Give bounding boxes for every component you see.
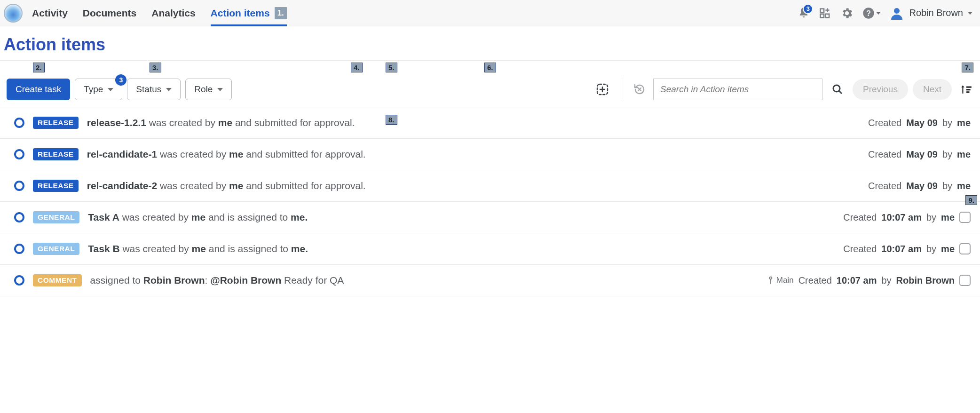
reset-history-icon[interactable] [631,80,648,98]
chevron-down-icon [876,12,881,15]
svg-point-15 [769,277,772,279]
status-circle-icon [14,275,24,286]
nav-tab-label: Analytics [151,8,195,19]
annotation-3: 3. [150,63,161,72]
nav-tab-action-items[interactable]: Action items1. [211,0,287,26]
table-row[interactable]: GENERALTask A was created by me and is a… [0,202,980,233]
row-meta: Created May 09 by me [868,181,971,191]
type-tag: RELEASE [33,180,79,192]
row-description: release-1.2.1 was created by me and subm… [87,117,860,128]
annotation-2: 2. [33,63,45,72]
nav-tab-activity[interactable]: Activity [32,0,68,26]
filter-status-label: Status [136,84,161,95]
search-box [653,79,822,100]
annotation-6: 6. [484,63,496,72]
toolbar: Create task Type 3 Status Role [0,74,980,107]
table-row[interactable]: RELEASErel-candidate-1 was created by me… [0,139,980,170]
row-meta: Created 10:07 am by Robin Brown [798,275,955,286]
annotation-4: 4. [351,63,363,72]
divider [621,78,621,101]
svg-rect-2 [826,14,830,17]
type-tag: GENERAL [33,243,79,255]
sort-button[interactable] [959,82,973,96]
chevron-down-icon [968,12,972,15]
svg-point-7 [894,8,900,14]
help-icon: ? [862,7,875,20]
admin-gear-icon[interactable] [840,7,854,20]
svg-rect-0 [821,8,824,12]
status-circle-icon [14,212,24,222]
type-tag: RELEASE [33,117,79,129]
status-circle-icon [14,181,24,191]
row-description: assigned to Robin Brown: @Robin Brown Re… [90,275,759,286]
row-checkbox[interactable] [959,212,971,223]
type-tag: RELEASE [33,148,79,160]
nav-tab-label: Activity [32,8,68,19]
row-description: rel-candidate-2 was created by me and su… [87,180,860,191]
type-tag: GENERAL [33,211,79,223]
branch-name: Main [776,276,794,285]
toolbar-section: 2. 3. 4. 5. 6. 7. Create task Type 3 Sta… [0,60,980,107]
status-circle-icon [14,244,24,254]
filter-type-label: Type [84,84,103,95]
annotation-9: 9. [965,195,977,205]
table-row[interactable]: RELEASErelease-1.2.1 was created by me a… [0,107,980,139]
search-button[interactable] [827,79,848,100]
row-meta: Created May 09 by me [868,118,971,128]
row-checkbox[interactable] [959,275,971,286]
chevron-down-icon [108,88,113,91]
notifications-badge: 3 [803,4,813,14]
row-meta: Created May 09 by me [868,149,971,160]
create-task-button[interactable]: Create task [7,79,70,100]
row-checkbox[interactable] [959,243,971,254]
table-row[interactable]: RELEASErel-candidate-2 was created by me… [0,170,980,202]
apps-icon[interactable] [819,7,832,20]
row-description: Task B was created by me and is assigned… [88,243,835,254]
nav-tab-label: Action items [211,8,270,19]
row-meta: Created 10:07 am by me [843,212,955,223]
filter-status[interactable]: Status [127,79,181,100]
topbar-right: 3 ? Robin Brown [797,6,972,21]
row-description: Task A was created by me and is assigned… [88,212,835,223]
chevron-down-icon [166,88,172,91]
svg-rect-1 [821,14,824,17]
search-input[interactable] [654,79,822,100]
status-circle-icon [14,118,24,128]
logo[interactable] [4,4,23,23]
notifications-icon[interactable]: 3 [797,7,810,20]
nav-tabs: ActivityDocumentsAnalyticsAction items1. [32,0,287,26]
user-menu[interactable]: Robin Brown [889,6,972,21]
help-menu[interactable]: ? [862,7,881,20]
annotation-8: 8. [386,115,397,125]
annotation-5: 5. [386,63,397,72]
annotation-7: 7. [962,63,973,72]
branch-indicator: Main [767,276,794,285]
row-meta: Created 10:07 am by me [843,244,955,254]
avatar [889,6,904,21]
svg-text:?: ? [866,8,871,17]
filter-role-label: Role [194,84,213,95]
row-description: rel-candidate-1 was created by me and su… [87,149,860,160]
next-button: Next [913,79,952,100]
status-circle-icon [14,149,24,159]
chevron-down-icon [217,88,223,91]
type-tag: COMMENT [33,274,82,286]
nav-tab-analytics[interactable]: Analytics [151,0,195,26]
filter-type-badge: 3 [115,74,126,86]
action-items-list: RELEASErelease-1.2.1 was created by me a… [0,107,980,296]
user-name: Robin Brown [909,8,963,18]
topbar: ActivityDocumentsAnalyticsAction items1.… [0,0,980,26]
svg-point-13 [833,85,840,92]
nav-tab-label: Documents [83,8,136,19]
nav-tab-documents[interactable]: Documents [83,0,136,26]
table-row[interactable]: GENERALTask B was created by me and is a… [0,233,980,265]
nav-tab-count: 1. [275,7,287,19]
previous-button: Previous [853,79,908,100]
filter-role[interactable]: Role [185,79,232,100]
table-row[interactable]: COMMENTassigned to Robin Brown: @Robin B… [0,265,980,296]
svg-line-14 [839,91,842,94]
add-widget-icon[interactable] [593,80,611,98]
filter-type[interactable]: Type 3 [75,79,122,100]
page-title: Action items [0,26,980,60]
